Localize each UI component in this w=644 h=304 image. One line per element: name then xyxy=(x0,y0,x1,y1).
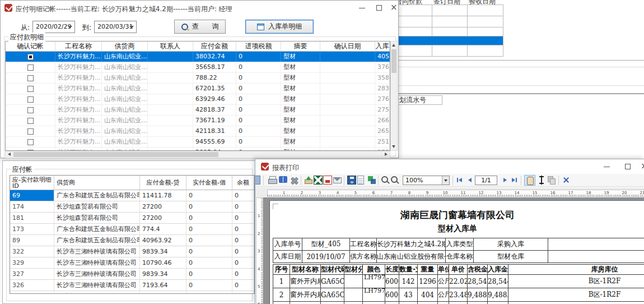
payable-detail-row[interactable]: 长沙万科魅力...山东南山铝业...35658.170型材376 xyxy=(6,62,390,73)
payable-detail-row[interactable]: 长沙万科魅力...山东南山铝业...38032.740型材405 xyxy=(6,52,390,62)
horizontal-scrollbar[interactable] xyxy=(5,151,390,158)
payable-account-row[interactable]: 69广东合和建筑五金制品有限公司11411.7800 xyxy=(10,190,254,201)
save-icon[interactable] xyxy=(347,176,356,185)
titlebar[interactable]: 应付明细记帐------当前工程: 长沙万科魅力之城4.2期------当前用户… xyxy=(1,1,398,16)
payable-amount-cell: 11411.78 xyxy=(140,190,186,201)
payable-account-row[interactable]: 173广东合和建筑五金制品有限公司774.400 xyxy=(10,224,254,235)
supplier-cell: 山东南山铝业... xyxy=(102,94,148,104)
text-select-icon[interactable] xyxy=(538,176,547,185)
summary-cell: 型材 xyxy=(281,94,320,104)
next-page-button[interactable] xyxy=(501,176,509,184)
col-supplier[interactable]: 供货商 xyxy=(102,42,148,51)
zoom-in-icon[interactable] xyxy=(381,176,390,185)
table-row-selected[interactable] xyxy=(393,36,503,45)
supplier-cell: 广东合和建筑五金制品有限公司 xyxy=(54,190,140,201)
from-date-combo[interactable]: 2020/02/29 xyxy=(32,21,75,33)
payable-detail-row[interactable]: 长沙万科魅力...山东南山铝业...94555.690型材251 xyxy=(6,137,390,148)
confirm-checkbox[interactable] xyxy=(27,65,34,71)
confirm-checkbox[interactable] xyxy=(27,118,34,124)
payable-account-row[interactable]: 174长沙坦森贸易有限公司2720000 xyxy=(10,201,254,213)
vertical-scrollbar[interactable] xyxy=(390,41,398,151)
payable-detail-row[interactable]: 长沙万科魅力...山东南山铝业...42118.310型材265 xyxy=(6,126,390,137)
table-row[interactable] xyxy=(393,5,503,16)
chevron-down-icon[interactable] xyxy=(442,176,449,185)
payable-account-row[interactable]: 322长沙市三湘特种玻璃有限公司9839.3400 xyxy=(10,246,254,257)
payable-detail-row[interactable]: 长沙万科魅力...山东南山铝业...788.220型材358 xyxy=(6,73,390,84)
panel-icon[interactable] xyxy=(255,176,260,185)
table-row[interactable] xyxy=(393,16,503,27)
col-summary[interactable]: 摘要 xyxy=(281,42,320,51)
send-mail-icon[interactable] xyxy=(333,177,342,183)
entry-cell: 358 xyxy=(375,73,390,83)
scrollbar-thumb[interactable] xyxy=(13,152,218,157)
package-icon[interactable] xyxy=(367,176,376,185)
zoom-level-combo[interactable]: 100% xyxy=(403,176,450,185)
export-icon[interactable] xyxy=(304,176,312,185)
col-confirm[interactable]: 确认记帐 xyxy=(6,42,55,51)
col-confirm-date[interactable]: 确认日期 xyxy=(320,42,375,51)
maximize-button[interactable] xyxy=(625,164,631,169)
col-tax[interactable]: 进项税额 xyxy=(236,42,281,51)
export-excel-icon[interactable] xyxy=(314,176,323,185)
scroll-down-icon[interactable] xyxy=(392,145,395,148)
payable-account-row[interactable]: 327长沙市三湘特种玻璃有限公司9839.3400 xyxy=(10,269,254,280)
col-detail-id[interactable]: 应-实付款明细ID xyxy=(10,176,54,190)
payable-detail-row[interactable]: 长沙万科魅力...山东南山铝业...63929.460型材276 xyxy=(6,94,390,105)
close-preview-icon[interactable] xyxy=(562,176,571,185)
entry-detail-button[interactable]: 入库单明细 xyxy=(245,20,314,34)
payable-detail-row[interactable]: 长沙万科魅力...山东南山铝业...67201.350型材283 xyxy=(6,84,390,94)
minimize-button[interactable] xyxy=(604,167,610,167)
table-row[interactable] xyxy=(393,45,503,57)
col-payable-credit[interactable]: 应付金额-贷 xyxy=(140,176,186,190)
export-pdf-icon[interactable] xyxy=(323,176,332,185)
col-balance[interactable]: 余额 xyxy=(232,176,254,190)
payable-account-row[interactable]: 326长沙市三湘特种玻璃有限公司7193.6400 xyxy=(10,280,254,291)
confirm-checkbox[interactable] xyxy=(27,107,34,113)
paid-amount-cell: 0 xyxy=(186,201,232,212)
table-row[interactable] xyxy=(393,27,503,36)
confirm-checkbox[interactable] xyxy=(27,96,34,103)
page-number-field[interactable]: 1/1 xyxy=(475,176,497,185)
confirm-checkbox[interactable] xyxy=(27,54,34,60)
col-contact[interactable]: 联系人 xyxy=(148,42,193,51)
scroll-up-icon[interactable] xyxy=(392,44,395,47)
payable-detail-row[interactable]: 长沙万科魅力...山东南山铝业...73671.190型材266 xyxy=(6,116,390,126)
col-amount[interactable]: 应付金额 xyxy=(193,42,236,51)
col-paid-debit[interactable]: 实付金额-借 xyxy=(186,176,232,190)
hand-tool-icon[interactable] xyxy=(524,175,535,186)
settings-icon[interactable] xyxy=(290,176,298,185)
confirm-checkbox[interactable] xyxy=(27,75,34,81)
payable-detail-row[interactable]: 长沙万科魅力...山东南山铝业...42818.370型材275 xyxy=(6,105,390,116)
payable-account-row[interactable]: 89广东合和建筑五金制品有限公司40963.9200 xyxy=(10,235,254,246)
prev-page-button[interactable] xyxy=(465,176,474,184)
paid-amount-cell: 0 xyxy=(186,246,232,257)
query-button[interactable]: 查 询 xyxy=(174,20,226,34)
print-icon[interactable] xyxy=(268,176,277,185)
maximize-button[interactable] xyxy=(376,5,382,11)
payable-account-row[interactable]: 长沙市三湘特种玻璃有限公司 xyxy=(10,291,254,294)
close-button[interactable]: × xyxy=(390,3,398,11)
col-supplier[interactable]: 供货商 xyxy=(54,176,140,190)
last-page-button[interactable] xyxy=(510,176,519,184)
scrollbar-thumb[interactable] xyxy=(391,49,396,73)
copy-icon[interactable] xyxy=(547,176,556,185)
first-page-button[interactable] xyxy=(455,176,464,184)
confirm-checkbox[interactable] xyxy=(27,86,34,92)
scroll-left-icon[interactable] xyxy=(8,153,11,156)
close-button[interactable]: × xyxy=(641,162,644,170)
print-preview-area[interactable]: 湖南巨晟门窗幕墙有限公司 型材入库单 入库单号型材_405工程名称长沙万科魅力之… xyxy=(263,197,644,304)
to-date-combo[interactable]: 2020/03/31 xyxy=(94,21,137,33)
entry-cell: 376 xyxy=(375,62,390,72)
col-project[interactable]: 工程名称 xyxy=(55,42,102,51)
titlebar[interactable]: 报表打印 × xyxy=(255,159,644,174)
document-icon[interactable] xyxy=(357,176,364,185)
confirm-checkbox[interactable] xyxy=(27,139,34,145)
payable-account-row[interactable]: 329长沙市三湘特种玻璃有限公司10790.4600 xyxy=(10,257,254,269)
payable-account-row[interactable]: 181长沙坦森贸易有限公司2720000 xyxy=(10,213,254,224)
confirm-checkbox[interactable] xyxy=(27,128,34,135)
scroll-right-icon[interactable] xyxy=(385,153,388,156)
page-setup-icon[interactable] xyxy=(279,176,287,183)
zoom-out-icon[interactable] xyxy=(390,176,399,185)
minimize-button[interactable] xyxy=(359,8,365,8)
col-entry[interactable]: 入库 xyxy=(375,42,390,51)
